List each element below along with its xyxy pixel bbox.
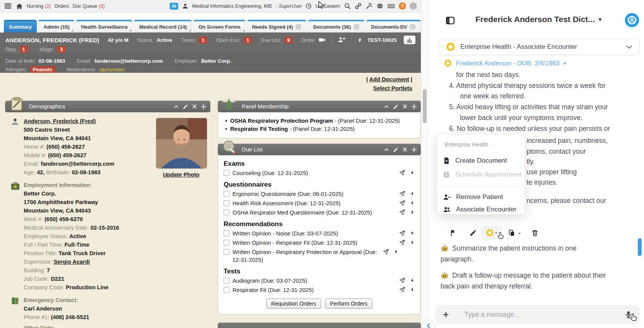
flag-icon[interactable]: [450, 229, 457, 237]
attach-button[interactable]: +: [443, 309, 449, 319]
allergy-badge[interactable]: Peanuts: [30, 66, 55, 73]
ai-badge[interactable]: AI: [170, 3, 178, 10]
due-list-count-badge[interactable]: 9: [284, 37, 293, 43]
hamburger-menu-icon[interactable]: [4, 2, 12, 10]
due-item-checkbox[interactable]: [224, 191, 229, 197]
help-icon[interactable]: ?: [399, 2, 406, 10]
main-scrollbar[interactable]: [421, 0, 428, 328]
patient-context-link[interactable]: Frederick Anderson - DOB: 2/8/1983: [456, 60, 560, 67]
due-item-checkbox[interactable]: [224, 240, 229, 246]
send-order-icon[interactable]: [399, 200, 405, 206]
panel-toggle-icon[interactable]: [445, 15, 455, 26]
perform-order-icon[interactable]: [410, 287, 415, 293]
microphone-icon[interactable]: [624, 310, 633, 319]
suggestion-prompt[interactable]: paragraph.: [441, 254, 474, 264]
external-link-icon[interactable]: [410, 24, 416, 30]
perform-orders-button[interactable]: Perform Orders: [325, 299, 372, 309]
link-icon[interactable]: [355, 2, 362, 10]
tab-summary[interactable]: Summary: [4, 20, 37, 33]
tab-health-surveillance[interactable]: Health Surveillance: [76, 20, 133, 33]
globe-icon[interactable]: [376, 2, 384, 10]
patient-name-link[interactable]: Anderson, Frederick (Fred): [24, 118, 96, 124]
encounter-select[interactable]: Enterprise Health - Associate Encounter: [439, 39, 640, 55]
send-order-icon[interactable]: [399, 191, 405, 197]
send-order-icon[interactable]: [399, 287, 405, 293]
suggestion-prompt[interactable]: back pain and therapy referral.: [441, 281, 532, 292]
req-count-badge[interactable]: 1: [20, 46, 28, 53]
tab-documents[interactable]: Documents (36): [308, 20, 365, 33]
due-item-checkbox[interactable]: [224, 200, 229, 206]
update-photo-link[interactable]: Update Photo: [163, 170, 199, 179]
close-icon[interactable]: [192, 104, 197, 109]
patient-stats-button[interactable]: [404, 36, 415, 44]
perform-order-icon[interactable]: [410, 191, 415, 197]
edit-icon[interactable]: [393, 104, 399, 110]
tab-needs-signed[interactable]: Needs Signed (4): [247, 20, 307, 33]
due-item-checkbox[interactable]: [224, 170, 229, 176]
assistant-avatar[interactable]: [624, 12, 640, 28]
enterprise-health-actions-button[interactable]: [481, 225, 503, 240]
copy-icon[interactable]: [508, 229, 515, 237]
perform-order-icon[interactable]: [394, 249, 399, 255]
tab-medical-record[interactable]: Medical Record (14): [134, 20, 192, 33]
due-list-header[interactable]: Due List: [218, 144, 421, 155]
perform-order-icon[interactable]: [410, 277, 415, 283]
suggestion-prompt[interactable]: Summarize the patient instructions in on…: [452, 243, 577, 254]
demographics-header[interactable]: Demographics: [5, 101, 210, 112]
home-icon[interactable]: [15, 2, 23, 10]
due-item-checkbox[interactable]: [224, 249, 229, 255]
external-link-icon[interactable]: [295, 24, 301, 30]
profile-circle-icon[interactable]: [410, 2, 417, 10]
nav-item-orders[interactable]: Orders: [54, 3, 69, 9]
suggestion-prompt[interactable]: Draft a follow-up message to the patient…: [452, 270, 606, 281]
nav-item-doc-queue[interactable]: Doc Queue (3): [73, 3, 105, 9]
send-order-icon[interactable]: [383, 249, 389, 255]
move-icon[interactable]: [411, 104, 417, 110]
quick-action-bolt-icon[interactable]: [357, 36, 363, 44]
close-icon[interactable]: [402, 104, 408, 109]
due-item-checkbox[interactable]: [224, 230, 229, 236]
due-item-checkbox[interactable]: [224, 278, 229, 283]
due-item-checkbox[interactable]: [224, 287, 229, 293]
send-order-icon[interactable]: [399, 209, 405, 215]
menu-item-associate-encounter[interactable]: Associate Encounter: [443, 206, 517, 213]
perform-order-icon[interactable]: [410, 200, 415, 206]
send-order-icon[interactable]: [399, 170, 405, 176]
medication-value[interactable]: alprazolam: [99, 67, 125, 72]
perform-order-icon[interactable]: [410, 170, 415, 176]
perform-order-icon[interactable]: [410, 209, 415, 215]
video-visit-icon[interactable]: [318, 36, 326, 44]
clock-icon[interactable]: [305, 3, 312, 9]
panel-membership-header[interactable]: Panel Membership: [218, 101, 421, 112]
tab-on-screen-forms[interactable]: On Screen Forms: [193, 20, 245, 33]
due-item-checkbox[interactable]: [224, 210, 229, 215]
collapse-icon[interactable]: [384, 104, 389, 110]
perform-order-icon[interactable]: [410, 239, 415, 246]
patient-name[interactable]: ANDERSON, FREDERICK (FRED): [5, 37, 99, 43]
wand-icon[interactable]: [365, 2, 373, 10]
assistant-scrollbar-thumb[interactable]: [638, 238, 642, 256]
esign-count-badge[interactable]: 3: [57, 46, 65, 53]
patient-context-row[interactable]: Frederick Anderson - DOB: 2/8/1983 ▾: [444, 59, 566, 67]
external-link-icon[interactable]: [353, 24, 360, 30]
message-input[interactable]: [454, 310, 619, 319]
menu-item-create-document[interactable]: Create Document: [443, 157, 507, 165]
edit-message-icon[interactable]: [469, 229, 477, 237]
edit-icon[interactable]: [393, 147, 399, 153]
send-order-icon[interactable]: [399, 239, 405, 246]
keyboard-icon[interactable]: [387, 2, 395, 10]
tab-admin[interactable]: Admin (15): [38, 20, 74, 33]
requisition-orders-button[interactable]: Requisition Orders: [266, 299, 321, 309]
add-document-link[interactable]: Add Document: [369, 76, 409, 82]
edit-icon[interactable]: [183, 104, 188, 110]
supervisor-link[interactable]: Sergio Acardi: [53, 259, 90, 265]
main-scrollbar-thumb[interactable]: [423, 89, 427, 123]
search-icon[interactable]: [344, 2, 351, 10]
send-order-icon[interactable]: [399, 230, 405, 236]
collapse-panel-button[interactable]: [423, 320, 434, 328]
send-order-icon[interactable]: [399, 277, 405, 283]
tasks-count-badge[interactable]: 1: [199, 37, 207, 43]
open-enc-count-badge[interactable]: 1: [244, 37, 252, 43]
next-portlet-header[interactable]: [218, 323, 421, 328]
perform-order-icon[interactable]: [410, 230, 415, 236]
